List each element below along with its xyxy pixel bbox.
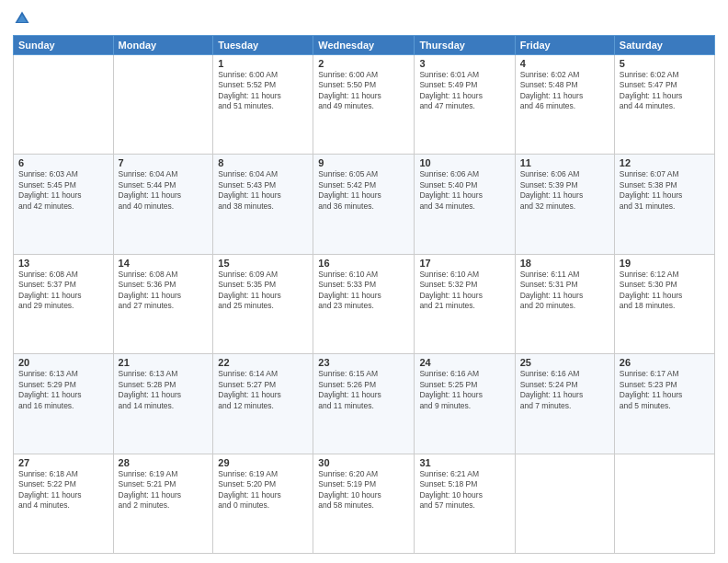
day-number: 23 (318, 357, 409, 368)
day-number: 3 (419, 58, 509, 69)
day-detail: Sunrise: 6:06 AMSunset: 5:40 PMDaylight:… (419, 169, 509, 212)
day-number: 24 (419, 357, 509, 368)
day-detail: Sunrise: 6:09 AMSunset: 5:35 PMDaylight:… (218, 270, 308, 312)
calendar-cell: 19Sunrise: 6:12 AMSunset: 5:30 PMDayligh… (614, 254, 714, 353)
day-detail: Sunrise: 6:04 AMSunset: 5:43 PMDaylight:… (218, 169, 308, 212)
calendar-cell: 28Sunrise: 6:19 AMSunset: 5:21 PMDayligh… (113, 454, 213, 553)
calendar-cell: 6Sunrise: 6:03 AMSunset: 5:45 PMDaylight… (14, 155, 114, 254)
calendar-cell: 23Sunrise: 6:15 AMSunset: 5:26 PMDayligh… (313, 354, 415, 454)
day-detail: Sunrise: 6:18 AMSunset: 5:22 PMDaylight:… (18, 469, 108, 511)
day-header-monday: Monday (113, 36, 213, 55)
day-number: 8 (218, 157, 308, 168)
calendar-cell: 14Sunrise: 6:08 AMSunset: 5:36 PMDayligh… (113, 254, 213, 353)
day-number: 13 (18, 258, 108, 269)
calendar-cell: 24Sunrise: 6:16 AMSunset: 5:25 PMDayligh… (415, 354, 515, 454)
calendar-header-row: SundayMondayTuesdayWednesdayThursdayFrid… (14, 36, 715, 55)
calendar-page: SundayMondayTuesdayWednesdayThursdayFrid… (0, 0, 728, 563)
calendar-cell (113, 55, 213, 155)
day-detail: Sunrise: 6:10 AMSunset: 5:33 PMDaylight:… (318, 270, 409, 312)
day-detail: Sunrise: 6:16 AMSunset: 5:25 PMDaylight:… (419, 369, 509, 411)
day-number: 5 (620, 58, 710, 69)
day-detail: Sunrise: 6:14 AMSunset: 5:27 PMDaylight:… (218, 369, 308, 411)
day-number: 14 (119, 258, 209, 269)
calendar-cell: 25Sunrise: 6:16 AMSunset: 5:24 PMDayligh… (515, 354, 614, 454)
calendar-cell: 17Sunrise: 6:10 AMSunset: 5:32 PMDayligh… (415, 254, 515, 353)
calendar-cell: 4Sunrise: 6:02 AMSunset: 5:48 PMDaylight… (515, 55, 614, 155)
day-number: 28 (119, 457, 209, 468)
calendar-cell: 21Sunrise: 6:13 AMSunset: 5:28 PMDayligh… (113, 354, 213, 454)
calendar-cell: 3Sunrise: 6:01 AMSunset: 5:49 PMDaylight… (415, 55, 515, 155)
day-detail: Sunrise: 6:00 AMSunset: 5:50 PMDaylight:… (318, 70, 409, 112)
day-detail: Sunrise: 6:08 AMSunset: 5:36 PMDaylight:… (119, 270, 209, 312)
day-header-friday: Friday (515, 36, 614, 55)
day-number: 20 (18, 357, 108, 368)
calendar-cell: 2Sunrise: 6:00 AMSunset: 5:50 PMDaylight… (313, 55, 415, 155)
day-number: 4 (520, 58, 609, 69)
day-number: 6 (18, 157, 108, 168)
day-number: 9 (318, 157, 409, 168)
calendar-cell: 26Sunrise: 6:17 AMSunset: 5:23 PMDayligh… (614, 354, 714, 454)
day-number: 1 (218, 58, 308, 69)
day-detail: Sunrise: 6:00 AMSunset: 5:52 PMDaylight:… (218, 70, 308, 112)
calendar-cell (614, 454, 714, 553)
logo (13, 9, 35, 28)
day-detail: Sunrise: 6:08 AMSunset: 5:37 PMDaylight:… (18, 270, 108, 312)
calendar-table: SundayMondayTuesdayWednesdayThursdayFrid… (13, 35, 715, 554)
calendar-cell (515, 454, 614, 553)
day-detail: Sunrise: 6:02 AMSunset: 5:48 PMDaylight:… (520, 70, 609, 112)
day-number: 11 (520, 157, 609, 168)
calendar-cell: 18Sunrise: 6:11 AMSunset: 5:31 PMDayligh… (515, 254, 614, 353)
day-detail: Sunrise: 6:02 AMSunset: 5:47 PMDaylight:… (620, 70, 710, 112)
day-detail: Sunrise: 6:03 AMSunset: 5:45 PMDaylight:… (18, 169, 108, 212)
day-detail: Sunrise: 6:16 AMSunset: 5:24 PMDaylight:… (520, 369, 609, 411)
day-number: 21 (119, 357, 209, 368)
calendar-cell: 15Sunrise: 6:09 AMSunset: 5:35 PMDayligh… (213, 254, 313, 353)
day-number: 10 (419, 157, 509, 168)
calendar-week-1: 6Sunrise: 6:03 AMSunset: 5:45 PMDaylight… (14, 155, 715, 254)
calendar-cell: 30Sunrise: 6:20 AMSunset: 5:19 PMDayligh… (313, 454, 415, 553)
calendar-cell: 27Sunrise: 6:18 AMSunset: 5:22 PMDayligh… (14, 454, 114, 553)
calendar-cell: 16Sunrise: 6:10 AMSunset: 5:33 PMDayligh… (313, 254, 415, 353)
calendar-cell: 8Sunrise: 6:04 AMSunset: 5:43 PMDaylight… (213, 155, 313, 254)
day-number: 12 (620, 157, 710, 168)
calendar-cell: 9Sunrise: 6:05 AMSunset: 5:42 PMDaylight… (313, 155, 415, 254)
day-detail: Sunrise: 6:01 AMSunset: 5:49 PMDaylight:… (419, 70, 509, 112)
day-number: 16 (318, 258, 409, 269)
day-number: 2 (318, 58, 409, 69)
day-number: 22 (218, 357, 308, 368)
day-detail: Sunrise: 6:07 AMSunset: 5:38 PMDaylight:… (620, 169, 710, 212)
calendar-week-4: 27Sunrise: 6:18 AMSunset: 5:22 PMDayligh… (14, 454, 715, 553)
day-detail: Sunrise: 6:12 AMSunset: 5:30 PMDaylight:… (620, 270, 710, 312)
calendar-cell: 20Sunrise: 6:13 AMSunset: 5:29 PMDayligh… (14, 354, 114, 454)
calendar-cell: 7Sunrise: 6:04 AMSunset: 5:44 PMDaylight… (113, 155, 213, 254)
day-detail: Sunrise: 6:11 AMSunset: 5:31 PMDaylight:… (520, 270, 609, 312)
day-number: 7 (119, 157, 209, 168)
calendar-cell: 13Sunrise: 6:08 AMSunset: 5:37 PMDayligh… (14, 254, 114, 353)
day-number: 30 (318, 457, 409, 468)
calendar-cell: 31Sunrise: 6:21 AMSunset: 5:18 PMDayligh… (415, 454, 515, 553)
calendar-cell: 5Sunrise: 6:02 AMSunset: 5:47 PMDaylight… (614, 55, 714, 155)
day-number: 18 (520, 258, 609, 269)
calendar-cell (14, 55, 114, 155)
day-header-sunday: Sunday (14, 36, 114, 55)
day-detail: Sunrise: 6:20 AMSunset: 5:19 PMDaylight:… (318, 469, 409, 511)
day-header-tuesday: Tuesday (213, 36, 313, 55)
day-detail: Sunrise: 6:05 AMSunset: 5:42 PMDaylight:… (318, 169, 409, 212)
calendar-cell: 12Sunrise: 6:07 AMSunset: 5:38 PMDayligh… (614, 155, 714, 254)
day-number: 31 (419, 457, 509, 468)
header (13, 9, 715, 28)
calendar-week-2: 13Sunrise: 6:08 AMSunset: 5:37 PMDayligh… (14, 254, 715, 353)
day-detail: Sunrise: 6:19 AMSunset: 5:20 PMDaylight:… (218, 469, 308, 511)
day-header-thursday: Thursday (415, 36, 515, 55)
day-detail: Sunrise: 6:19 AMSunset: 5:21 PMDaylight:… (119, 469, 209, 511)
day-header-saturday: Saturday (614, 36, 714, 55)
day-detail: Sunrise: 6:17 AMSunset: 5:23 PMDaylight:… (620, 369, 710, 411)
day-number: 26 (620, 357, 710, 368)
calendar-cell: 11Sunrise: 6:06 AMSunset: 5:39 PMDayligh… (515, 155, 614, 254)
day-detail: Sunrise: 6:13 AMSunset: 5:29 PMDaylight:… (18, 369, 108, 411)
day-number: 27 (18, 457, 108, 468)
day-detail: Sunrise: 6:13 AMSunset: 5:28 PMDaylight:… (119, 369, 209, 411)
calendar-cell: 29Sunrise: 6:19 AMSunset: 5:20 PMDayligh… (213, 454, 313, 553)
calendar-week-0: 1Sunrise: 6:00 AMSunset: 5:52 PMDaylight… (14, 55, 715, 155)
day-detail: Sunrise: 6:06 AMSunset: 5:39 PMDaylight:… (520, 169, 609, 212)
